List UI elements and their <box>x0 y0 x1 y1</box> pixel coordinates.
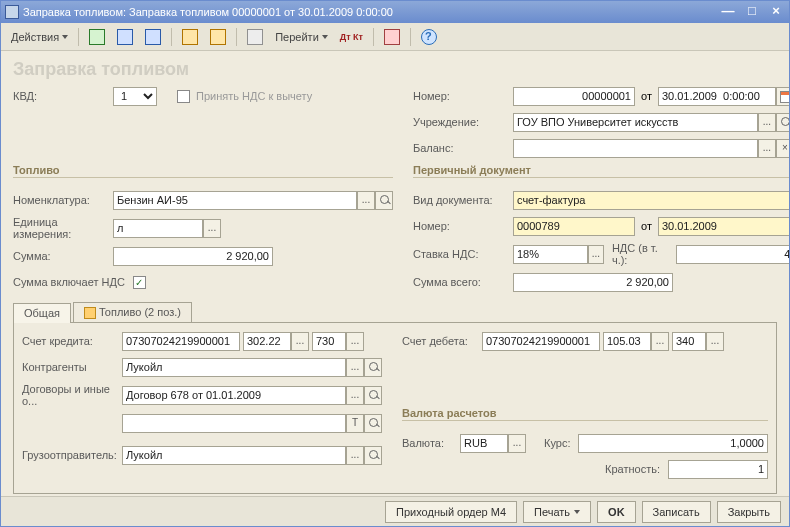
nomen-select-button[interactable]: ... <box>357 191 375 210</box>
kvd-label: КВД: <box>13 90 113 102</box>
org-input[interactable] <box>513 113 758 132</box>
currency-input[interactable] <box>460 434 508 453</box>
extra-input[interactable] <box>122 414 346 433</box>
kvd-select[interactable]: 1 <box>113 87 157 106</box>
vat-amount-input[interactable] <box>676 245 789 264</box>
ship-input[interactable] <box>122 446 346 465</box>
sum-incl-checkbox[interactable]: ✓ <box>133 276 146 289</box>
tab-fuel[interactable]: Топливо (2 поз.) <box>73 302 192 322</box>
number-label: Номер: <box>413 90 513 102</box>
toolbar: Действия Перейти Дт Кт <box>1 23 789 51</box>
content-area: Заправка топливом КВД: 1 Принять НДС к в… <box>1 51 789 496</box>
credit-code-input[interactable] <box>312 332 346 351</box>
contr-label: Контрагенты <box>22 361 122 373</box>
debit-sub-input[interactable] <box>603 332 651 351</box>
actions-menu[interactable]: Действия <box>7 27 72 47</box>
tb-help[interactable] <box>417 27 441 47</box>
credit-sub-select[interactable]: ... <box>291 332 309 351</box>
balance-label: Баланс: <box>413 142 513 154</box>
minimize-button[interactable]: — <box>719 5 737 19</box>
balance-input[interactable] <box>513 139 758 158</box>
docnum-label: Номер: <box>413 220 513 232</box>
footer: Приходный ордер М4 Печать OK Записать За… <box>1 496 789 526</box>
date-calendar-icon[interactable] <box>776 87 789 106</box>
credit-acct-input[interactable] <box>122 332 240 351</box>
close-button[interactable]: × <box>767 5 785 19</box>
contr-open-icon[interactable] <box>364 358 382 377</box>
docdate-input[interactable] <box>658 217 789 236</box>
credit-sub-input[interactable] <box>243 332 291 351</box>
org-select-button[interactable]: ... <box>758 113 776 132</box>
extra-t-button[interactable]: T <box>346 414 364 433</box>
ship-label: Грузоотправитель: <box>22 449 122 461</box>
number-input[interactable] <box>513 87 635 106</box>
debit-code-select[interactable]: ... <box>706 332 724 351</box>
unit-input[interactable] <box>113 219 203 238</box>
nomen-open-icon[interactable] <box>375 191 393 210</box>
rate-label: Курс: <box>544 437 570 449</box>
ship-select-button[interactable]: ... <box>346 446 364 465</box>
currency-label: Валюта: <box>402 437 460 449</box>
tb-movement[interactable] <box>206 27 230 47</box>
nds-deduct-label: Принять НДС к вычету <box>196 90 312 102</box>
tb-structure[interactable] <box>178 27 202 47</box>
tb-dtkt[interactable]: Дт Кт <box>336 27 367 47</box>
ot-label-1: от <box>641 90 652 102</box>
extra-open-icon[interactable] <box>364 414 382 433</box>
fuel-tab-icon <box>84 307 96 319</box>
close-footer-button[interactable]: Закрыть <box>717 501 781 523</box>
fuel-section: Топливо <box>13 164 393 178</box>
tb-nav-right[interactable] <box>113 27 137 47</box>
currency-section: Валюта расчетов <box>402 407 768 421</box>
contr-input[interactable] <box>122 358 346 377</box>
sum-input[interactable] <box>113 247 273 266</box>
total-input[interactable] <box>513 273 673 292</box>
debit-acct-input[interactable] <box>482 332 600 351</box>
dog-open-icon[interactable] <box>364 386 382 405</box>
nds-deduct-checkbox[interactable] <box>177 90 190 103</box>
credit-code-select[interactable]: ... <box>346 332 364 351</box>
sum-incl-label: Сумма включает НДС <box>13 276 125 288</box>
print-button[interactable]: Печать <box>523 501 591 523</box>
dog-select-button[interactable]: ... <box>346 386 364 405</box>
org-open-icon[interactable] <box>776 113 789 132</box>
doctype-input[interactable] <box>513 191 789 210</box>
currency-select-button[interactable]: ... <box>508 434 526 453</box>
tb-copy[interactable] <box>243 27 267 47</box>
maximize-button[interactable]: □ <box>743 5 761 19</box>
mult-label: Кратность: <box>605 463 660 475</box>
save-button[interactable]: Записать <box>642 501 711 523</box>
sum-label: Сумма: <box>13 250 113 262</box>
debit-code-input[interactable] <box>672 332 706 351</box>
ship-open-icon[interactable] <box>364 446 382 465</box>
tb-nav-left[interactable] <box>85 27 109 47</box>
date-input[interactable] <box>658 87 776 106</box>
tb-refresh[interactable] <box>141 27 165 47</box>
vat-incl-label: НДС (в т. ч.): <box>612 242 668 266</box>
vat-input[interactable] <box>513 245 588 264</box>
vat-select-button[interactable]: ... <box>588 245 604 264</box>
nomen-input[interactable] <box>113 191 357 210</box>
ot-label-2: от <box>641 220 652 232</box>
nomen-label: Номенклатура: <box>13 194 113 206</box>
balance-clear-button[interactable]: × <box>776 139 789 158</box>
tb-settings[interactable] <box>380 27 404 47</box>
mult-input[interactable] <box>668 460 768 479</box>
unit-select-button[interactable]: ... <box>203 219 221 238</box>
debit-label: Счет дебета: <box>402 335 482 347</box>
main-window: Заправка топливом: Заправка топливом 000… <box>0 0 790 527</box>
contr-select-button[interactable]: ... <box>346 358 364 377</box>
rate-input[interactable] <box>578 434 768 453</box>
balance-select-button[interactable]: ... <box>758 139 776 158</box>
app-icon <box>5 5 19 19</box>
tab-general[interactable]: Общая <box>13 303 71 323</box>
goto-menu[interactable]: Перейти <box>271 27 332 47</box>
debit-sub-select[interactable]: ... <box>651 332 669 351</box>
window-title: Заправка топливом: Заправка топливом 000… <box>23 6 393 18</box>
vat-label: Ставка НДС: <box>413 248 513 260</box>
pdoc-section: Первичный документ <box>413 164 789 178</box>
ok-button[interactable]: OK <box>597 501 636 523</box>
m4-button[interactable]: Приходный ордер М4 <box>385 501 517 523</box>
docnum-input[interactable] <box>513 217 635 236</box>
dog-input[interactable] <box>122 386 346 405</box>
